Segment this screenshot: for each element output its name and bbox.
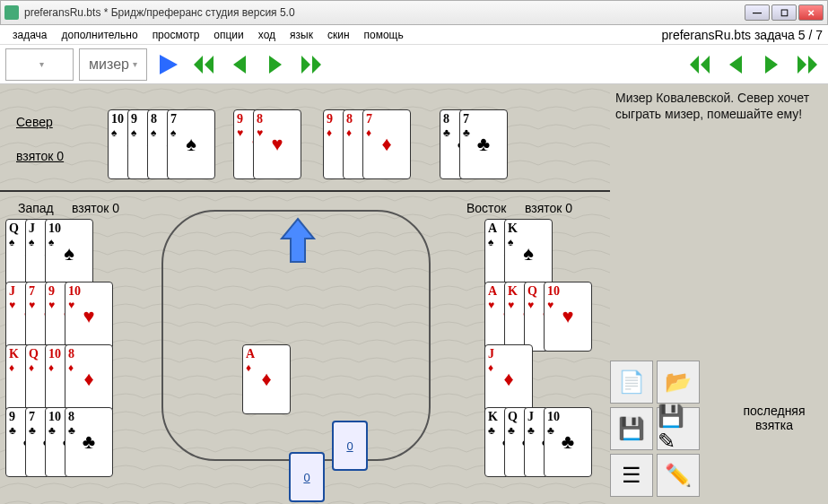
card-7♠[interactable]: 7♠♠ [167,109,215,179]
card-10♥[interactable]: 10♥♥ [544,282,592,352]
west-tricks: взяток 0 [72,201,119,215]
card-J♦[interactable]: J♦♦ [484,344,533,414]
step-back-button[interactable] [224,49,255,80]
west-label: Запад [18,201,54,215]
card-7♣[interactable]: 7♣♣ [459,109,508,179]
menu-options[interactable]: опции [206,27,250,43]
card-suit-small: ♦ [246,361,251,375]
task-indicator: preferansRu.bts задача 5 / 7 [661,28,823,42]
north-label: Север [16,115,53,129]
dropdown-game-type[interactable]: мизер [79,48,147,81]
window-title: preferansRu.bts * Бридж/преферанс студия… [24,6,745,19]
menu-skin[interactable]: скин [320,27,357,43]
list-button[interactable]: ☰ [610,454,653,497]
deck-a-count: 0 [346,439,353,453]
play-area: Север взяток 0 Запад взяток 0 Восток взя… [0,84,610,504]
card-10♥[interactable]: 10♥♥ [65,282,113,352]
east-label: Восток [466,201,506,215]
forward-fast-button[interactable] [296,49,327,80]
menu-task[interactable]: задача [5,27,55,43]
minimize-button[interactable]: — [745,4,770,21]
edit-button[interactable]: ✏️ [657,454,700,497]
save-edit-button[interactable]: 💾✎ [657,407,700,450]
save-button[interactable]: 💾 [610,407,653,450]
card-7♦[interactable]: 7♦♦ [362,109,411,179]
deck-slot-b[interactable]: 0 [289,452,325,502]
last-trick-label: последняя взятка [729,404,819,432]
card-8♥[interactable]: 8♥♥ [253,109,301,179]
close-button[interactable]: ✕ [798,4,824,21]
divider-north [0,190,610,192]
rewind-fast-button[interactable] [188,49,219,80]
card-K♠[interactable]: K♠♠ [504,219,553,289]
file-buttons: 📄 📂 💾 💾✎ ☰ ✏️ [610,361,700,497]
toolbar: мизер [0,45,828,84]
task-comment: Мизер Ковалевской. Север хочет сыграть м… [615,90,823,122]
menu-lang[interactable]: язык [283,27,320,43]
center-card[interactable]: A ♦ ♦ [242,344,291,414]
deck-slot-a[interactable]: 0 [332,421,368,471]
card-rank: A [246,347,255,361]
next-button[interactable] [756,49,787,80]
menu-move[interactable]: ход [251,27,283,43]
prev-button[interactable] [720,49,751,80]
open-file-button[interactable]: 📂 [657,361,700,404]
dropdown-1[interactable] [5,48,74,81]
step-forward-button[interactable] [260,49,291,80]
app-icon [4,5,19,20]
east-tricks: взяток 0 [525,201,572,215]
menu-view[interactable]: просмотр [145,27,207,43]
card-suit-big: ♦ [261,368,271,391]
menu-help[interactable]: помощь [357,27,411,43]
menu-extra[interactable]: дополнительно [55,27,145,43]
maximize-button[interactable]: ☐ [771,4,797,21]
card-10♠[interactable]: 10♠♠ [45,219,93,289]
new-file-button[interactable]: 📄 [610,361,653,404]
deck-b-count: 0 [303,471,309,484]
turn-arrow-icon [278,217,318,265]
card-8♦[interactable]: 8♦♦ [65,344,113,414]
menubar: задача дополнительно просмотр опции ход … [0,25,828,45]
dropdown-game-type-label: мизер [89,56,129,73]
card-10♣[interactable]: 10♣♣ [544,407,592,477]
prev-fast-button[interactable] [684,49,715,80]
next-fast-button[interactable] [792,49,823,80]
north-tricks: взяток 0 [16,149,64,163]
play-button[interactable] [153,49,183,80]
titlebar: preferansRu.bts * Бридж/преферанс студия… [0,0,828,25]
side-panel: Мизер Ковалевской. Север хочет сыграть м… [610,84,828,504]
card-8♣[interactable]: 8♣♣ [65,407,113,477]
